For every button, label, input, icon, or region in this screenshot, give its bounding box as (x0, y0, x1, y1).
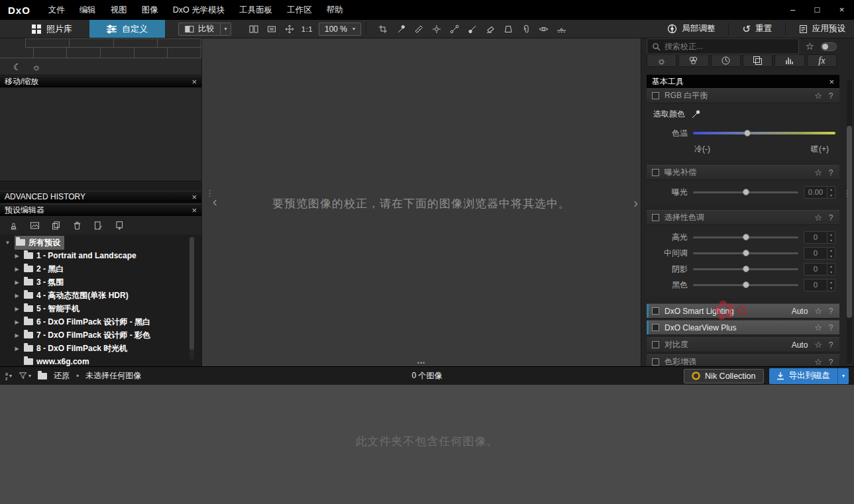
show-mask-button[interactable] (535, 21, 553, 38)
minimize-button[interactable]: – (780, 0, 805, 20)
scrollbar-thumb[interactable] (189, 237, 194, 350)
search-box[interactable] (647, 38, 799, 54)
favorite-star-icon[interactable]: ☆ (814, 340, 822, 350)
collapse-icon[interactable]: ▶ (13, 253, 21, 259)
menu-tool-panels[interactable]: 工具面板 (232, 0, 280, 20)
midtones-slider[interactable] (693, 252, 798, 254)
scrollbar-thumb[interactable] (847, 126, 852, 318)
delete-preset-button[interactable] (70, 219, 83, 231)
temperature-slider[interactable] (693, 132, 835, 134)
blacks-value-field[interactable]: 0 ▴▾ (804, 279, 835, 291)
shadow-clipping-icon[interactable]: ☾ (13, 62, 22, 72)
color-accent-checkbox[interactable] (652, 358, 659, 366)
tree-item-preset-6[interactable]: ▶ 6 - DxO FilmPack 设计师 - 黑白 (0, 315, 201, 328)
slider-handle[interactable] (743, 189, 749, 195)
image-browser[interactable]: 此文件夹不包含任何图像。 (0, 385, 854, 504)
collapse-icon[interactable]: ▶ (13, 279, 21, 285)
rename-preset-button[interactable] (91, 219, 105, 231)
collapse-icon[interactable]: ▶ (13, 306, 21, 312)
help-icon[interactable]: ? (827, 168, 834, 177)
tab-effects[interactable]: fx (807, 54, 837, 67)
expand-icon[interactable]: ▼ (4, 240, 11, 246)
slider-handle[interactable] (744, 130, 751, 136)
split-view-button[interactable] (244, 21, 262, 38)
menu-help[interactable]: 帮助 (319, 0, 350, 20)
browser-splitter-grip[interactable]: ••• (202, 360, 641, 366)
collapse-icon[interactable]: ▶ (13, 332, 21, 338)
contrast-checkbox[interactable] (652, 341, 659, 348)
close-button[interactable]: × (829, 0, 854, 20)
zoom-level-select[interactable]: 100 % ▾ (319, 23, 361, 36)
favorite-star-icon[interactable]: ☆ (814, 91, 822, 101)
exposure-checkbox[interactable] (652, 169, 659, 176)
favorite-star-icon[interactable]: ☆ (814, 323, 822, 332)
tab-light[interactable]: ☼ (647, 54, 676, 67)
tab-geometry[interactable] (743, 54, 773, 67)
shadows-slider[interactable] (693, 268, 798, 270)
eraser-button[interactable] (481, 21, 499, 38)
tree-item-preset-1[interactable]: ▶ 1 - Portrait and Landscape (0, 249, 201, 262)
local-adjustments-button[interactable]: 局部调整 (659, 20, 723, 38)
highlights-slider[interactable] (693, 236, 798, 238)
tool-color-accentuation[interactable]: 色彩增强 ☆ ? (647, 354, 839, 366)
help-icon[interactable]: ? (827, 340, 834, 350)
help-icon[interactable]: ? (827, 307, 834, 316)
tree-item-preset-3[interactable]: ▶ 3 - 氛围 (0, 276, 201, 289)
preset-from-image-button[interactable] (28, 219, 41, 231)
favorite-star-icon[interactable]: ☆ (814, 213, 822, 223)
collapse-icon[interactable]: ▶ (13, 293, 21, 299)
collapse-right-panel-icon[interactable]: › (633, 196, 638, 209)
favorite-star-icon[interactable]: ☆ (814, 168, 822, 177)
favorite-star-icon[interactable]: ☆ (814, 357, 822, 366)
duplicate-preset-button[interactable] (49, 219, 62, 231)
rgb-wb-checkbox[interactable] (652, 92, 659, 99)
fit-screen-button[interactable] (262, 21, 280, 38)
tab-histogram[interactable] (774, 54, 804, 67)
help-icon[interactable]: ? (827, 213, 834, 223)
close-icon[interactable]: × (191, 77, 197, 86)
nik-collection-button[interactable]: Nik Collection (684, 369, 763, 383)
value-stepper[interactable]: ▴▾ (827, 232, 835, 243)
midtones-value-field[interactable]: 0 ▴▾ (804, 247, 835, 260)
tab-customize[interactable]: 自定义 (89, 20, 165, 38)
brush-button[interactable] (463, 21, 481, 38)
tool-contrast[interactable]: 对比度 Auto ☆ ? (647, 337, 839, 352)
slider-handle[interactable] (743, 266, 749, 272)
repair-button[interactable] (517, 21, 535, 38)
slider-handle[interactable] (743, 250, 749, 256)
favorites-filter-star-icon[interactable]: ☆ (806, 40, 814, 52)
exposure-value-field[interactable]: 0.00 ▴ ▾ (804, 186, 835, 199)
tree-item-preset-5[interactable]: ▶ 5 - 智能手机 (0, 302, 201, 315)
tree-item-preset-4[interactable]: ▶ 4 - 高动态范围(单张 HDR) (0, 289, 201, 302)
tree-item-preset-8[interactable]: ▶ 8 - DxO FilmPack 时光机 (0, 342, 201, 355)
value-stepper[interactable]: ▴▾ (827, 264, 835, 275)
clearview-checkbox[interactable] (652, 324, 659, 331)
search-corrections-input[interactable] (665, 42, 794, 51)
horizon-button[interactable] (553, 21, 570, 38)
selective-tone-checkbox[interactable] (652, 214, 659, 221)
white-balance-picker-button[interactable] (392, 21, 409, 38)
collapse-icon[interactable]: ▶ (13, 346, 21, 352)
reset-button[interactable]: ↺ 重置 (733, 20, 780, 38)
tool-selective-tone[interactable]: 选择性色调 ☆ ? (647, 210, 839, 225)
tool-smart-lighting[interactable]: DxO Smart Lighting Auto ☆ ? (647, 303, 839, 319)
slider-handle[interactable] (743, 234, 749, 240)
smart-lighting-checkbox[interactable] (652, 307, 659, 315)
export-to-disk-button[interactable]: 导出到磁盘 (769, 368, 838, 384)
compare-dropdown[interactable]: ▾ (221, 23, 231, 36)
menu-file[interactable]: 文件 (41, 0, 72, 20)
crop-button[interactable] (374, 21, 392, 38)
tree-root-all-presets[interactable]: ▼ 所有预设 (0, 236, 201, 249)
highlights-value-field[interactable]: 0 ▴▾ (804, 231, 835, 244)
tool-clearview-plus[interactable]: DxO ClearView Plus ☆ ? (647, 320, 839, 335)
eyedropper-icon[interactable] (690, 110, 701, 119)
value-stepper[interactable]: ▴▾ (827, 279, 835, 291)
exposure-slider[interactable] (693, 191, 798, 193)
apply-preset-button[interactable]: 应用预设 (790, 20, 854, 38)
value-stepper[interactable]: ▴▾ (827, 248, 835, 259)
close-icon[interactable]: × (191, 193, 197, 201)
favorite-star-icon[interactable]: ☆ (814, 306, 822, 316)
tab-color[interactable] (678, 54, 708, 67)
right-splitter-grip[interactable]: ⋮ (843, 188, 851, 198)
highlight-clipping-icon[interactable]: ☼ (32, 62, 41, 72)
